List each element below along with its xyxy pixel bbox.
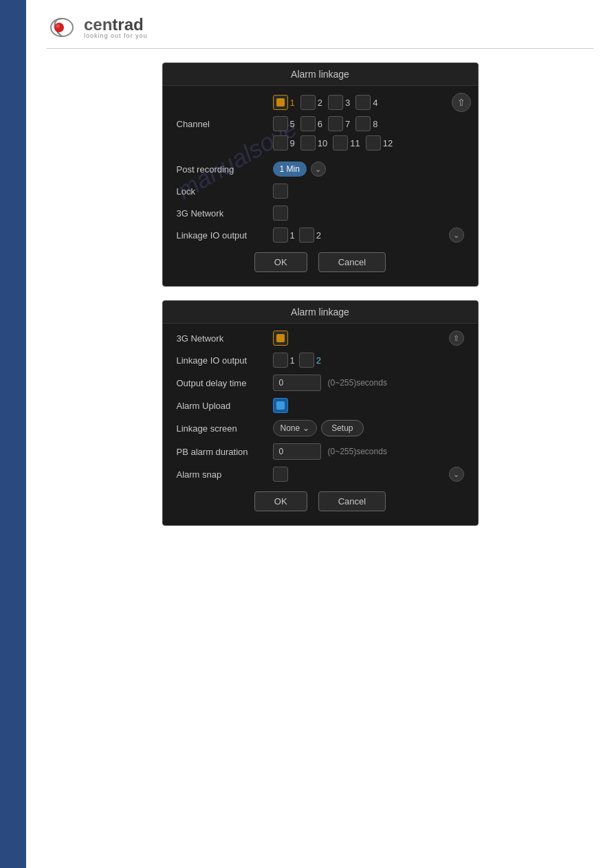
linkage-screen-select[interactable]: None ⌄: [273, 420, 318, 436]
svg-point-2: [56, 24, 60, 28]
alarm-upload-row: Alarm Upload: [177, 398, 464, 413]
ch12-label: 12: [383, 138, 393, 148]
post-recording-value: 1 Min: [280, 164, 300, 174]
header: centrad looking out for you: [47, 14, 593, 49]
ch5-item[interactable]: 5: [273, 116, 295, 131]
ch3-item[interactable]: 3: [328, 95, 350, 110]
centrad-logo-icon: [47, 14, 81, 41]
dialog1-ok-button[interactable]: OK: [254, 252, 307, 272]
ch2-label: 2: [318, 98, 322, 108]
ch4-label: 4: [373, 98, 377, 108]
dialog2-btn-row: OK Cancel: [177, 491, 464, 511]
ch3-checkbox[interactable]: [328, 95, 343, 110]
dialog1-scroll-down[interactable]: ⌄: [449, 227, 464, 243]
ch1-checkbox[interactable]: [273, 95, 288, 110]
alarm-upload-label: Alarm Upload: [177, 401, 273, 411]
linkage-screen-label: Linkage screen: [177, 423, 273, 434]
dialog2-scroll-down[interactable]: ⌄: [449, 467, 464, 482]
alarm-snap-row: Alarm snap ⌄: [177, 467, 464, 482]
d2-io1-label: 1: [290, 355, 295, 366]
lock-checkbox[interactable]: [273, 183, 288, 199]
dialog2-cancel-button[interactable]: Cancel: [318, 491, 386, 511]
io1-label: 1: [290, 230, 295, 241]
ch8-label: 8: [373, 119, 377, 129]
network-checkbox[interactable]: [273, 205, 288, 221]
d2-io2-checkbox[interactable]: [299, 353, 314, 368]
pb-alarm-hint: (0~255)seconds: [328, 447, 387, 456]
dialog1-cancel-button[interactable]: Cancel: [318, 252, 386, 272]
output-delay-hint: (0~255)seconds: [328, 378, 387, 388]
dialog2-scroll-up[interactable]: ⇧: [449, 331, 464, 346]
ch9-item[interactable]: 9: [273, 135, 295, 151]
ch5-checkbox[interactable]: [273, 116, 288, 131]
pb-alarm-controls: (0~255)seconds: [273, 443, 464, 460]
ch1-label: 1: [290, 98, 295, 108]
ch4-checkbox[interactable]: [355, 95, 371, 110]
d2-io1-item[interactable]: 1: [273, 353, 295, 368]
ch12-item[interactable]: 12: [366, 135, 393, 151]
ch4-item[interactable]: 4: [355, 95, 377, 110]
network-row: 3G Network: [177, 205, 464, 221]
ch2-item[interactable]: 2: [300, 95, 322, 110]
ch7-item[interactable]: 7: [328, 116, 350, 131]
ch7-checkbox[interactable]: [328, 116, 343, 131]
io1-checkbox[interactable]: [273, 227, 288, 243]
ch2-checkbox[interactable]: [300, 95, 316, 110]
ch8-item[interactable]: 8: [355, 116, 377, 131]
alarm-snap-checkbox[interactable]: [273, 467, 288, 482]
channel-row-2: 5 6 7 8: [273, 116, 464, 131]
dialog2-body: 3G Network ⇧ Linkage IO output 1: [163, 324, 478, 518]
dialog1: Alarm linkage Channel 1: [162, 63, 479, 287]
output-delay-row: Output delay time (0~255)seconds: [177, 375, 464, 391]
setup-button[interactable]: Setup: [321, 420, 363, 436]
alarm-upload-checkbox[interactable]: [273, 398, 288, 413]
dialog2: Alarm linkage 3G Network ⇧ Linkage IO ou…: [162, 300, 479, 526]
post-recording-dropdown[interactable]: 1 Min: [273, 162, 307, 177]
linkage-io-label: Linkage IO output: [177, 230, 273, 241]
d2-network-checkbox[interactable]: [273, 331, 288, 346]
post-recording-arrow[interactable]: ⌄: [311, 162, 326, 177]
channel-area: 1 2 3 4: [273, 93, 464, 155]
ch10-checkbox[interactable]: [300, 135, 316, 151]
io1-item[interactable]: 1: [273, 227, 295, 243]
ch1-item[interactable]: 1: [273, 95, 295, 110]
ch5-label: 5: [290, 119, 295, 129]
logo-container: centrad looking out for you: [47, 14, 593, 41]
lock-label: Lock: [177, 186, 273, 197]
channel-row-container: Channel 1 2: [177, 93, 464, 155]
ch11-item[interactable]: 11: [333, 135, 360, 151]
io2-label: 2: [316, 230, 321, 241]
output-delay-controls: (0~255)seconds: [273, 375, 464, 391]
logo-cen: cen: [84, 15, 112, 34]
ch8-checkbox[interactable]: [355, 116, 371, 131]
ch12-checkbox[interactable]: [366, 135, 381, 151]
channel-row-1: 1 2 3 4: [273, 93, 464, 112]
dialog2-ok-button[interactable]: OK: [254, 491, 307, 511]
ch9-checkbox[interactable]: [273, 135, 288, 151]
logo-text: centrad looking out for you: [84, 16, 148, 39]
scroll-up-button[interactable]: ⇧: [452, 93, 471, 112]
ch7-label: 7: [345, 119, 350, 129]
pb-alarm-input[interactable]: [273, 443, 321, 460]
pb-alarm-label: PB alarm duration: [177, 447, 273, 457]
ch11-checkbox[interactable]: [333, 135, 348, 151]
alarm-snap-label: Alarm snap: [177, 469, 273, 480]
ch10-item[interactable]: 10: [300, 135, 327, 151]
dialog1-btn-row: OK Cancel: [177, 252, 464, 272]
post-recording-controls: 1 Min ⌄: [273, 162, 464, 177]
io2-item[interactable]: 2: [299, 227, 321, 243]
left-border: [0, 0, 26, 868]
d2-io2-label: 2: [316, 355, 321, 366]
output-delay-input[interactable]: [273, 375, 321, 391]
ch6-item[interactable]: 6: [300, 116, 322, 131]
d2-io2-item[interactable]: 2: [299, 353, 321, 368]
linkage-screen-arrow-icon: ⌄: [303, 423, 309, 433]
d2-io1-checkbox[interactable]: [273, 353, 288, 368]
logo-tagline: looking out for you: [84, 33, 148, 39]
io2-checkbox[interactable]: [299, 227, 314, 243]
ch6-checkbox[interactable]: [300, 116, 316, 131]
post-recording-row: Post recording 1 Min ⌄: [177, 162, 464, 177]
linkage-io-row: Linkage IO output 1 2 ⌄: [177, 227, 464, 243]
output-delay-label: Output delay time: [177, 378, 273, 388]
network-controls: [273, 205, 464, 221]
